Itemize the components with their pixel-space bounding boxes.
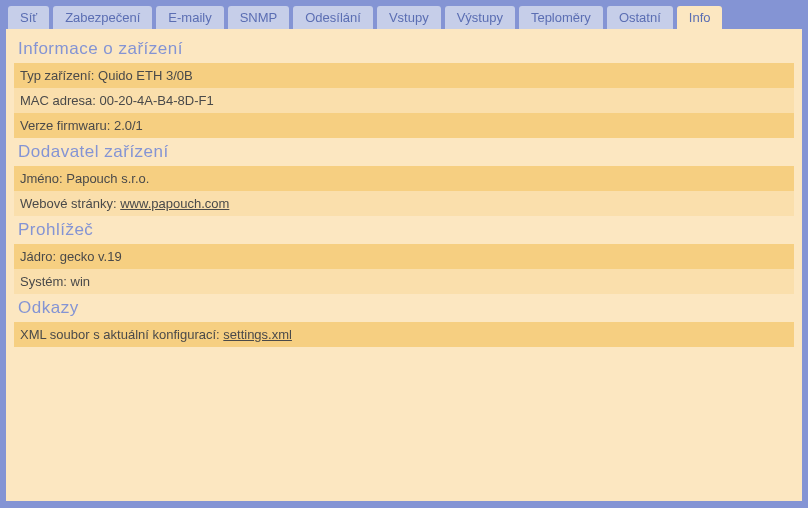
tab-other[interactable]: Ostatní <box>607 6 673 29</box>
tab-snmp[interactable]: SNMP <box>228 6 290 29</box>
label-browser-engine: Jádro: <box>20 249 60 264</box>
section-title-supplier: Dodavatel zařízení <box>14 138 794 166</box>
value-device-type: Quido ETH 3/0B <box>98 68 193 83</box>
value-firmware-version: 2.0/1 <box>114 118 143 133</box>
label-firmware-version: Verze firmwaru: <box>20 118 114 133</box>
label-supplier-website: Webové stránky: <box>20 196 120 211</box>
row-browser-engine: Jádro: gecko v.19 <box>14 244 794 269</box>
tab-security[interactable]: Zabezpečení <box>53 6 152 29</box>
section-title-links: Odkazy <box>14 294 794 322</box>
value-browser-system: win <box>71 274 91 289</box>
value-mac-address: 00-20-4A-B4-8D-F1 <box>99 93 213 108</box>
value-supplier-name: Papouch s.r.o. <box>66 171 149 186</box>
row-mac-address: MAC adresa: 00-20-4A-B4-8D-F1 <box>14 88 794 113</box>
value-browser-engine: gecko v.19 <box>60 249 122 264</box>
section-title-browser: Prohlížeč <box>14 216 794 244</box>
row-supplier-name: Jméno: Papouch s.r.o. <box>14 166 794 191</box>
app-container: Síť Zabezpečení E-maily SNMP Odesílání V… <box>0 0 808 508</box>
label-device-type: Typ zařízení: <box>20 68 98 83</box>
label-xml-config: XML soubor s aktuální konfigurací: <box>20 327 223 342</box>
tab-bar: Síť Zabezpečení E-maily SNMP Odesílání V… <box>6 6 802 29</box>
label-browser-system: Systém: <box>20 274 71 289</box>
section-title-device-info: Informace o zařízení <box>14 35 794 63</box>
tab-network[interactable]: Síť <box>8 6 49 29</box>
label-mac-address: MAC adresa: <box>20 93 99 108</box>
row-xml-config: XML soubor s aktuální konfigurací: setti… <box>14 322 794 347</box>
tab-inputs[interactable]: Vstupy <box>377 6 441 29</box>
tab-emails[interactable]: E-maily <box>156 6 223 29</box>
row-browser-system: Systém: win <box>14 269 794 294</box>
link-settings-xml[interactable]: settings.xml <box>223 327 292 342</box>
tab-thermometers[interactable]: Teploměry <box>519 6 603 29</box>
link-supplier-website[interactable]: www.papouch.com <box>120 196 229 211</box>
tab-outputs[interactable]: Výstupy <box>445 6 515 29</box>
tab-sending[interactable]: Odesílání <box>293 6 373 29</box>
row-firmware-version: Verze firmwaru: 2.0/1 <box>14 113 794 138</box>
content-panel: Informace o zařízení Typ zařízení: Quido… <box>6 29 802 501</box>
row-supplier-website: Webové stránky: www.papouch.com <box>14 191 794 216</box>
label-supplier-name: Jméno: <box>20 171 66 186</box>
row-device-type: Typ zařízení: Quido ETH 3/0B <box>14 63 794 88</box>
tab-info[interactable]: Info <box>677 6 723 29</box>
